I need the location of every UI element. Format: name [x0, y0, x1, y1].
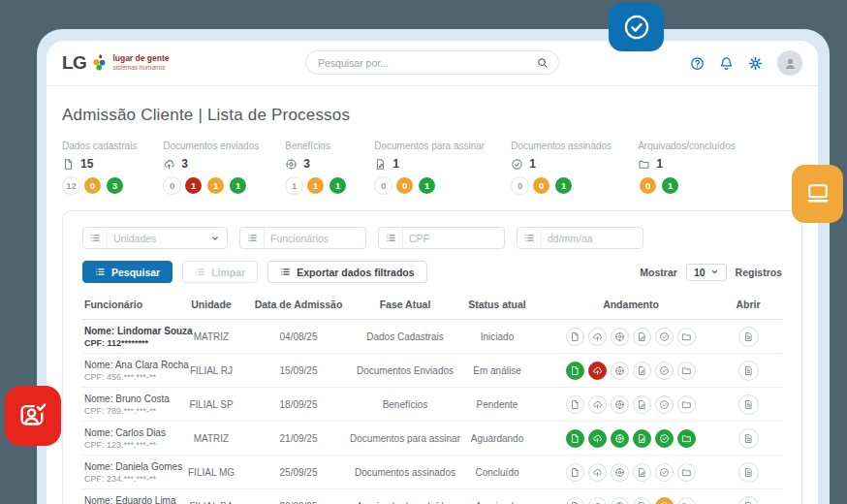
step-arquivados-icon[interactable]: [677, 328, 696, 346]
stat-pill[interactable]: 0: [511, 176, 529, 195]
settings-gear-icon[interactable]: [748, 56, 763, 71]
open-process-button[interactable]: [738, 428, 759, 449]
stat-pill[interactable]: 0: [163, 176, 181, 195]
step-beneficios-icon[interactable]: [611, 362, 629, 380]
step-dados-cadastrais-icon[interactable]: [566, 362, 584, 380]
step-documentos-assinar-icon[interactable]: [633, 328, 651, 346]
step-dados-cadastrais-icon[interactable]: [566, 328, 584, 346]
date-input[interactable]: [542, 233, 643, 244]
open-process-button[interactable]: [738, 361, 759, 381]
step-dados-cadastrais-icon[interactable]: [566, 429, 584, 448]
step-documentos-enviados-icon[interactable]: [588, 497, 607, 504]
step-arquivados-icon[interactable]: [677, 429, 696, 448]
step-beneficios-icon[interactable]: [611, 463, 629, 482]
stat-pill[interactable]: 1: [417, 175, 437, 196]
page-size-select[interactable]: 10: [686, 264, 727, 281]
step-documentos-assinar-icon[interactable]: [633, 429, 651, 448]
phase-cell: Arquivados/concluídos: [363, 501, 447, 504]
progress-steps: [548, 395, 714, 414]
step-documentos-enviados-icon[interactable]: [588, 463, 607, 482]
step-documentos-assinados-icon[interactable]: [655, 328, 674, 346]
step-documentos-assinados-icon[interactable]: [655, 395, 674, 414]
app-card: LG lugar de gente sistemas humanos: [47, 41, 818, 504]
funcionarios-field[interactable]: [239, 227, 366, 249]
col-unidade: Unidade: [189, 299, 234, 310]
employee-approved-badge: [5, 386, 61, 446]
global-search[interactable]: [305, 50, 559, 75]
unit-cell: FILIAL BA: [189, 501, 234, 504]
step-documentos-assinar-icon[interactable]: [633, 463, 651, 482]
stat-pill[interactable]: 0: [638, 175, 658, 196]
stat-pill[interactable]: 12: [62, 176, 80, 195]
stat-pill[interactable]: 0: [82, 175, 103, 196]
step-documentos-assinados-icon[interactable]: [655, 362, 674, 380]
stat-pill[interactable]: 0: [374, 176, 392, 195]
open-process-button[interactable]: [738, 496, 759, 504]
employee-name: Nome: Eduardo Lima: [84, 495, 176, 504]
help-icon[interactable]: [690, 56, 705, 71]
exportar-button[interactable]: Exportar dados filtrados: [267, 261, 426, 283]
laptop-badge: [792, 165, 843, 223]
stat-arquivados-concluidos: Arquivados/concluídos 1 0 1: [638, 141, 736, 196]
step-documentos-enviados-icon[interactable]: [588, 395, 607, 414]
stat-pill[interactable]: 1: [205, 175, 226, 196]
step-arquivados-icon[interactable]: [677, 497, 696, 504]
progress-steps: [548, 497, 714, 504]
step-beneficios-icon[interactable]: [611, 429, 629, 448]
cpf-field[interactable]: [378, 227, 505, 249]
logo-subtitle: lugar de gente: [112, 54, 169, 64]
stat-count: 3: [303, 157, 310, 171]
admission-date-cell: 28/09/25: [234, 501, 363, 504]
step-documentos-enviados-icon[interactable]: [588, 328, 607, 346]
step-documentos-assinar-icon[interactable]: [633, 362, 651, 380]
stat-pill[interactable]: 0: [531, 175, 551, 196]
step-arquivados-icon[interactable]: [677, 362, 696, 380]
stat-pill[interactable]: 1: [660, 175, 680, 196]
step-beneficios-icon[interactable]: [611, 395, 629, 414]
step-documentos-assinados-icon[interactable]: [655, 429, 674, 448]
stat-pill[interactable]: 1: [553, 175, 574, 196]
filters-row: Unidades: [82, 227, 782, 249]
cpf-input[interactable]: [403, 233, 504, 244]
step-arquivados-icon[interactable]: [677, 395, 696, 414]
stat-pill[interactable]: 0: [394, 175, 415, 196]
funcionarios-input[interactable]: [265, 233, 365, 244]
status-cell: Iniciado: [447, 331, 548, 342]
open-process-button[interactable]: [738, 327, 759, 347]
employee-name: Nome: Daniela Gomes: [84, 461, 182, 472]
search-input[interactable]: [316, 56, 537, 70]
stat-pill[interactable]: 1: [228, 175, 248, 196]
step-dados-cadastrais-icon[interactable]: [566, 463, 584, 482]
stat-pill[interactable]: 1: [305, 175, 326, 196]
step-beneficios-icon[interactable]: [611, 328, 629, 346]
step-documentos-enviados-icon[interactable]: [588, 362, 607, 380]
admission-date-field[interactable]: [517, 227, 643, 249]
step-documentos-enviados-icon[interactable]: [588, 429, 607, 448]
open-process-button[interactable]: [738, 462, 759, 483]
list-icon: [280, 267, 291, 277]
limpar-button[interactable]: Limpar: [182, 261, 258, 283]
search-icon[interactable]: [537, 57, 549, 69]
step-documentos-assinados-icon[interactable]: [655, 497, 674, 504]
stat-pill[interactable]: 3: [105, 175, 125, 196]
pesquisar-button[interactable]: Pesquisar: [82, 261, 173, 283]
employee-cpf: CPF: 234.***.***-**: [84, 474, 156, 484]
step-documentos-assinar-icon[interactable]: [633, 497, 651, 504]
step-dados-cadastrais-icon[interactable]: [566, 497, 584, 504]
stat-pill[interactable]: 1: [285, 176, 303, 195]
step-arquivados-icon[interactable]: [677, 463, 696, 482]
laptop-icon: [803, 179, 832, 208]
step-dados-cadastrais-icon[interactable]: [566, 395, 584, 414]
step-documentos-assinados-icon[interactable]: [655, 463, 674, 482]
benefits-target-icon: [285, 158, 298, 171]
open-process-button[interactable]: [738, 394, 759, 415]
logo-lg-text: LG: [62, 52, 86, 74]
unidades-select[interactable]: Unidades: [82, 227, 228, 249]
notifications-bell-icon[interactable]: [719, 56, 734, 71]
user-avatar[interactable]: [777, 50, 802, 76]
step-documentos-assinar-icon[interactable]: [633, 395, 651, 414]
stat-count: 15: [80, 157, 93, 171]
stat-pill[interactable]: 1: [183, 175, 204, 196]
step-beneficios-icon[interactable]: [611, 497, 629, 504]
stat-pill[interactable]: 1: [328, 175, 348, 196]
